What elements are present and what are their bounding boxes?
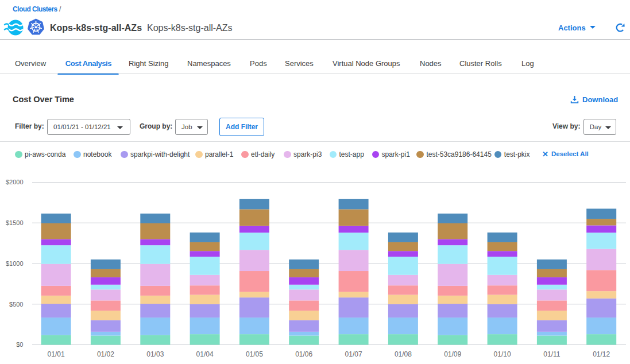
svg-text:01/05: 01/05 [246, 350, 263, 358]
svg-text:01/09: 01/09 [444, 350, 461, 358]
svg-text:$500: $500 [9, 301, 23, 308]
svg-text:$1500: $1500 [6, 219, 24, 226]
svg-text:01/08: 01/08 [395, 350, 412, 358]
svg-text:01/03: 01/03 [146, 350, 164, 358]
svg-text:01/06: 01/06 [295, 350, 312, 358]
svg-text:01/07: 01/07 [345, 350, 362, 358]
svg-text:01/02: 01/02 [97, 350, 114, 358]
svg-text:01/04: 01/04 [196, 350, 214, 358]
svg-text:01/11: 01/11 [543, 350, 560, 358]
svg-text:$2000: $2000 [6, 179, 24, 185]
svg-text:$1000: $1000 [6, 260, 24, 267]
svg-text:01/12: 01/12 [593, 350, 610, 358]
svg-text:01/01: 01/01 [48, 350, 65, 358]
svg-text:$0: $0 [16, 341, 23, 348]
svg-text:01/10: 01/10 [494, 350, 511, 358]
